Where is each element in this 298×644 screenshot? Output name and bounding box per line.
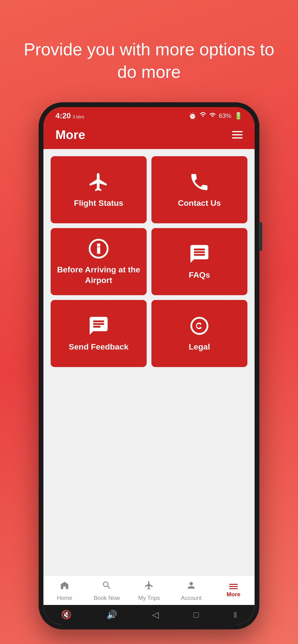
side-button (259, 222, 262, 251)
contact-us-tile[interactable]: Contact Us (152, 156, 247, 223)
faqs-tile[interactable]: FAQs (152, 228, 247, 295)
send-feedback-tile[interactable]: Send Feedback (51, 300, 146, 367)
status-time: 4:20 (55, 112, 71, 120)
info-icon (88, 238, 109, 260)
plane-icon (88, 171, 109, 193)
send-feedback-label: Send Feedback (69, 342, 128, 352)
flight-status-label: Flight Status (74, 198, 123, 208)
before-arriving-label: Before Arriving at the Airport (55, 264, 142, 285)
nav-item-home[interactable]: Home (43, 580, 86, 601)
contact-us-label: Contact Us (178, 198, 221, 208)
battery-icon: 🔋 (234, 112, 243, 120)
menu-button[interactable] (232, 131, 243, 138)
alarm-icon: ⏰ (188, 112, 197, 120)
volume-down-icon: 🔇 (61, 610, 72, 620)
nav-item-book-now[interactable]: Book Now (86, 580, 128, 601)
phone-screen: 4:20 3 kb/s ⏰ 63% 🔋 More (43, 107, 255, 624)
legal-tile[interactable]: Legal (152, 300, 247, 367)
signal-icon (209, 112, 216, 120)
feedback-icon (88, 315, 109, 336)
wifi-icon (200, 112, 206, 120)
gesture-bar: 🔇 🔊 ◁ □ ⦀ (43, 605, 255, 624)
home-button[interactable]: □ (194, 610, 199, 620)
nav-my-trips-label: My Trips (138, 595, 160, 601)
app-header: More (43, 123, 255, 149)
chat-icon (189, 243, 210, 265)
nav-home-label: Home (57, 595, 72, 601)
app-title: More (55, 128, 85, 142)
account-icon (186, 580, 196, 593)
grid-content: Flight Status Contact Us Before Arriving… (43, 149, 255, 575)
nav-item-more[interactable]: More (212, 584, 255, 598)
status-data-speed: 3 kb/s (73, 114, 84, 120)
nav-item-account[interactable]: Account (170, 580, 212, 601)
search-icon (102, 580, 112, 593)
nav-account-label: Account (181, 595, 202, 601)
nav-book-now-label: Book Now (94, 595, 120, 601)
copyright-icon (189, 315, 210, 336)
home-icon (60, 580, 70, 593)
bottom-nav: Home Book Now My Trips Account (43, 575, 255, 605)
nav-more-label: More (226, 591, 240, 598)
before-arriving-tile[interactable]: Before Arriving at the Airport (51, 228, 146, 295)
trips-plane-icon (144, 580, 154, 593)
tagline: Provide you with more options to do more (0, 38, 298, 83)
phone-icon (189, 171, 210, 193)
battery-text: 63% (219, 112, 231, 120)
recent-apps-button[interactable]: ⦀ (233, 610, 237, 620)
hamburger-active-icon (229, 584, 238, 589)
back-button[interactable]: ◁ (152, 610, 159, 620)
svg-rect-1 (98, 248, 100, 252)
faqs-label: FAQs (189, 270, 210, 280)
flight-status-tile[interactable]: Flight Status (51, 156, 146, 223)
phone-container: 4:20 3 kb/s ⏰ 63% 🔋 More (39, 102, 259, 630)
nav-item-my-trips[interactable]: My Trips (128, 580, 170, 601)
status-bar: 4:20 3 kb/s ⏰ 63% 🔋 (43, 107, 255, 123)
legal-label: Legal (189, 342, 210, 352)
volume-up-icon: 🔊 (106, 610, 117, 620)
svg-rect-2 (98, 244, 100, 246)
